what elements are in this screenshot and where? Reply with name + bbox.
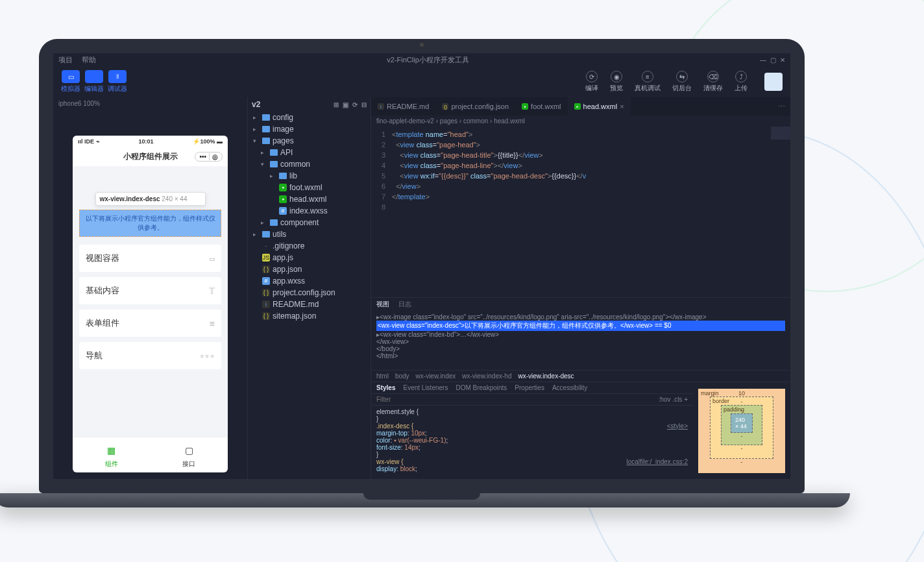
- selected-element[interactable]: 以下将展示小程序官方组件能力，组件样式仅供参考。: [79, 210, 221, 237]
- pill-0[interactable]: ▭模拟器: [61, 70, 80, 93]
- devtab-1[interactable]: ▢接口: [151, 437, 228, 472]
- filter-tools[interactable]: :hov .cls +: [659, 396, 688, 403]
- toolbar: ▭模拟器编辑器⫴调试器 ⟳编译◉预览≡真机调试⇆切后台⌫清缓存⤴上传: [53, 66, 790, 97]
- tabs-more-icon[interactable]: ⋯: [773, 103, 790, 111]
- styletab-0[interactable]: Styles: [376, 384, 395, 391]
- refresh-icon[interactable]: ⟳: [352, 101, 358, 108]
- tree-config[interactable]: ▸config: [248, 112, 371, 123]
- crumb-3[interactable]: wx-view.index-hd: [462, 373, 511, 380]
- titlebar: 项目 帮助 v2-FinClip小程序开发工具 — ▢ ✕: [53, 53, 790, 66]
- max-icon[interactable]: ▢: [770, 56, 776, 64]
- new-file-icon[interactable]: ⊞: [334, 101, 339, 108]
- sim-item-3[interactable]: 导航∘∘∘: [79, 342, 221, 369]
- minimap[interactable]: [771, 127, 790, 297]
- tree-sitemap.json[interactable]: { }sitemap.json: [248, 310, 371, 322]
- sim-item-2[interactable]: 表单组件≡: [79, 310, 221, 337]
- sim-item-0[interactable]: 视图容器▭: [79, 245, 221, 272]
- tree-head.wxml[interactable]: ▪head.wxml: [248, 193, 371, 205]
- editor-pane: iREADME.md{}project.config.json▪foot.wxm…: [371, 97, 790, 479]
- box-model: 10 - - 240 × 44 - - -: [693, 382, 790, 479]
- tab-README.md[interactable]: iREADME.md: [371, 97, 435, 116]
- code-editor[interactable]: 12345678 <template name="head"> <view cl…: [371, 127, 790, 297]
- close-icon[interactable]: ✕: [780, 56, 785, 64]
- new-folder-icon[interactable]: ▣: [343, 101, 348, 108]
- menu-project[interactable]: 项目: [58, 55, 73, 65]
- tree-pages[interactable]: ▾pages: [248, 135, 371, 147]
- tree-project.config.json[interactable]: { }project.config.json: [248, 287, 371, 299]
- styles-filter[interactable]: [376, 396, 659, 403]
- tree-component[interactable]: ▸component: [248, 217, 371, 228]
- devtab-0[interactable]: ▦组件: [73, 437, 151, 472]
- status-battery: ⚡100% ▬: [193, 138, 223, 145]
- styletab-4[interactable]: Accessibility: [552, 384, 587, 391]
- toolbtn-3[interactable]: ⇆切后台: [672, 71, 692, 93]
- tree-common[interactable]: ▾common: [248, 158, 371, 170]
- pill-2[interactable]: ⫴调试器: [108, 70, 127, 93]
- tree-utils[interactable]: ▸utils: [248, 228, 371, 240]
- tab-head.wxml[interactable]: ▪head.wxml×: [568, 97, 631, 116]
- styletab-3[interactable]: Properties: [515, 384, 544, 391]
- min-icon[interactable]: —: [760, 56, 766, 64]
- crumb-1[interactable]: body: [395, 373, 409, 380]
- toolbtn-1[interactable]: ◉预览: [610, 71, 623, 93]
- breadcrumb[interactable]: fino-applet-demo-v2 › pages › common › h…: [371, 116, 790, 127]
- tree-app.json[interactable]: { }app.json: [248, 263, 371, 275]
- styletab-1[interactable]: Event Listeners: [403, 384, 448, 391]
- editor-tabs: iREADME.md{}project.config.json▪foot.wxm…: [371, 97, 790, 116]
- device-frame: ııl IDE ⌁ 10:01 ⚡100% ▬ 小程序组件展示 ••• ◎ wx…: [73, 136, 228, 472]
- tree-app.wxss[interactable]: #app.wxss: [248, 275, 371, 287]
- toolbtn-4[interactable]: ⌫清缓存: [703, 71, 723, 93]
- app-title: 小程序组件展示: [123, 151, 178, 162]
- menu-help[interactable]: 帮助: [82, 55, 96, 65]
- css-rules[interactable]: element.style { } .index-desc {<style> m…: [371, 406, 693, 479]
- crumb-2[interactable]: wx-view.index: [416, 373, 456, 380]
- device-info: iphone6 100%: [53, 97, 247, 110]
- toolbtn-0[interactable]: ⟳编译: [585, 71, 598, 93]
- styletab-2[interactable]: DOM Breakpoints: [456, 384, 507, 391]
- tree-API[interactable]: ▸API: [248, 147, 371, 158]
- tab-foot.wxml[interactable]: ▪foot.wxml: [515, 97, 567, 116]
- project-name: v2: [252, 100, 260, 109]
- window-title: v2-FinClip小程序开发工具: [96, 55, 760, 65]
- crumb-0[interactable]: html: [376, 373, 389, 380]
- ide-window: 项目 帮助 v2-FinClip小程序开发工具 — ▢ ✕ ▭模拟器编辑器⫴调试…: [53, 53, 790, 479]
- collapse-icon[interactable]: ⊟: [361, 101, 367, 108]
- status-signal: ııl IDE ⌁: [78, 138, 99, 145]
- dom-tree[interactable]: ▸<wx-image class="index-logo" src="../re…: [371, 311, 790, 370]
- toolbtn-5[interactable]: ⤴上传: [735, 71, 748, 93]
- sim-item-1[interactable]: 基础内容𝕋: [79, 277, 221, 304]
- pill-1[interactable]: 编辑器: [84, 70, 104, 93]
- tree-.gitignore[interactable]: ·.gitignore: [248, 240, 371, 252]
- toolbtn-2[interactable]: ≡真机调试: [635, 71, 661, 93]
- tree-image[interactable]: ▸image: [248, 123, 371, 135]
- laptop-frame: 项目 帮助 v2-FinClip小程序开发工具 — ▢ ✕ ▭模拟器编辑器⫴调试…: [39, 39, 805, 507]
- tree-index.wxss[interactable]: #index.wxss: [248, 205, 371, 217]
- tree-foot.wxml[interactable]: ▪foot.wxml: [248, 182, 371, 193]
- tab-project.config.json[interactable]: {}project.config.json: [435, 97, 515, 116]
- avatar[interactable]: [764, 73, 783, 91]
- devtab-log[interactable]: 日志: [398, 300, 411, 309]
- tree-app.js[interactable]: JSapp.js: [248, 252, 371, 263]
- crumb-4[interactable]: wx-view.index-desc: [518, 373, 574, 380]
- tree-lib[interactable]: ▸lib: [248, 170, 371, 182]
- devtab-view[interactable]: 视图: [376, 300, 389, 309]
- file-explorer[interactable]: v2 ⊞ ▣ ⟳ ⊟ ▸config▸image▾pages▸API▾commo…: [248, 97, 371, 479]
- inspect-tooltip: wx-view.index-desc 240 × 44: [95, 192, 206, 206]
- devtools: 视图 日志 ▸<wx-image class="index-logo" src=…: [371, 297, 790, 479]
- tree-README.md[interactable]: iREADME.md: [248, 299, 371, 310]
- dom-breadcrumb[interactable]: htmlbodywx-view.indexwx-view.index-hdwx-…: [371, 370, 790, 382]
- status-time: 10:01: [138, 138, 153, 145]
- simulator-pane: iphone6 100% ııl IDE ⌁ 10:01 ⚡100% ▬ 小程序…: [53, 97, 248, 479]
- capsule-button[interactable]: ••• ◎: [195, 152, 223, 162]
